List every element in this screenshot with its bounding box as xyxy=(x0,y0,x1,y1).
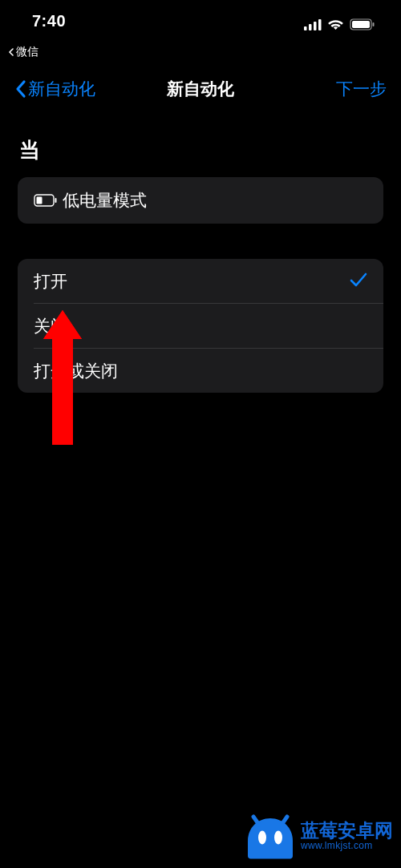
svg-point-11 xyxy=(258,831,266,845)
nav-next-button[interactable]: 下一步 xyxy=(336,78,387,100)
battery-icon xyxy=(350,18,375,30)
svg-rect-9 xyxy=(55,198,57,203)
option-row-toggle[interactable]: 打开或关闭 xyxy=(18,349,383,393)
caret-left-icon xyxy=(8,48,14,56)
trigger-card: 低电量模式 xyxy=(18,177,383,224)
status-time: 7:40 xyxy=(27,12,66,42)
trigger-label: 低电量模式 xyxy=(63,189,367,212)
svg-point-12 xyxy=(274,831,282,845)
trigger-row[interactable]: 低电量模式 xyxy=(18,177,383,224)
return-app-label: 微信 xyxy=(16,45,38,59)
status-bar: 7:40 xyxy=(0,0,401,45)
wifi-icon xyxy=(327,18,344,30)
svg-rect-0 xyxy=(304,26,307,30)
options-card: 打开 关闭 打开或关闭 xyxy=(18,259,383,393)
option-label: 关闭 xyxy=(34,315,367,337)
nav-back-button[interactable]: 新自动化 xyxy=(14,78,95,100)
nav-back-label: 新自动化 xyxy=(28,78,95,100)
checkmark-icon xyxy=(350,270,367,293)
option-label: 打开 xyxy=(34,270,350,293)
watermark: 蓝莓安卓网 www.lmkjst.com xyxy=(246,812,393,860)
svg-rect-1 xyxy=(309,24,312,30)
svg-rect-3 xyxy=(318,19,322,30)
option-row-off[interactable]: 关闭 xyxy=(18,304,383,348)
battery-low-icon xyxy=(34,194,58,207)
watermark-icon xyxy=(246,812,294,860)
chevron-left-icon xyxy=(14,79,26,99)
svg-rect-8 xyxy=(37,197,43,204)
cellular-icon xyxy=(304,19,322,30)
svg-rect-2 xyxy=(314,22,317,30)
option-row-on[interactable]: 打开 xyxy=(18,259,383,303)
svg-rect-6 xyxy=(373,22,375,26)
watermark-title: 蓝莓安卓网 xyxy=(301,820,393,841)
option-label: 打开或关闭 xyxy=(34,360,367,382)
svg-rect-5 xyxy=(352,21,370,28)
section-when-header: 当 xyxy=(0,112,401,177)
return-to-app[interactable]: 微信 xyxy=(8,45,38,59)
status-indicators xyxy=(304,18,375,42)
nav-bar: 新自动化 新自动化 下一步 xyxy=(0,66,401,112)
watermark-url: www.lmkjst.com xyxy=(301,841,393,852)
nav-title: 新自动化 xyxy=(167,78,234,100)
